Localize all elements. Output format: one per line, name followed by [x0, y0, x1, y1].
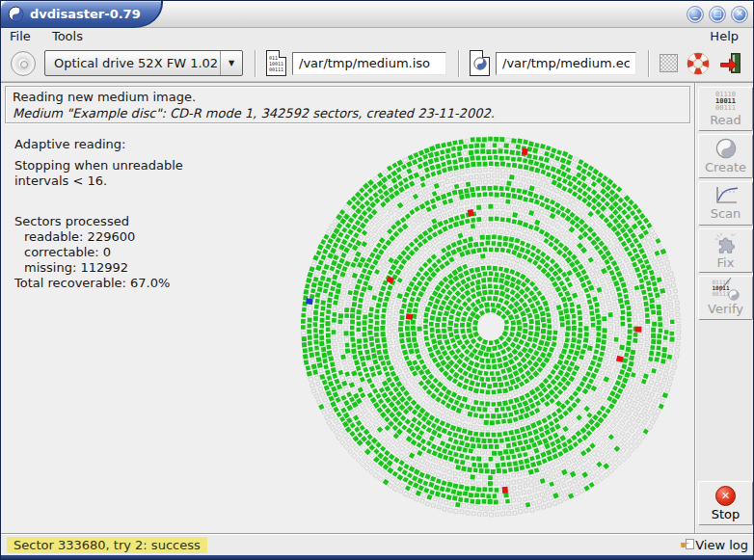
readable-count: readable: 229600: [14, 229, 183, 245]
missing-count: missing: 112992: [14, 260, 183, 276]
create-button[interactable]: Create: [698, 134, 753, 178]
menubar: File Tools Help: [1, 28, 753, 45]
statusbar: Sector 333680, try 2: success ☛ View log: [1, 533, 753, 555]
stopping-line1: Stopping when unreadable: [14, 158, 183, 173]
verify-icon: 01110 10011 00111: [713, 280, 740, 301]
disc-spiral-visualization: [279, 125, 703, 534]
verify-label: Verify: [708, 302, 743, 316]
message-line2: Medium "Example disc": CD-R mode 1, 3425…: [13, 105, 689, 121]
chevron-down-icon: ▼: [220, 51, 242, 75]
view-log-button[interactable]: ☛ View log: [680, 536, 748, 554]
fix-button[interactable]: Fix: [698, 228, 753, 273]
maximize-icon: □: [714, 9, 722, 18]
message-line1: Reading new medium image.: [13, 89, 689, 105]
drive-select-value: Optical drive 52X FW 1.02: [45, 56, 220, 70]
main-area: Reading new medium image. Medium "Exampl…: [1, 82, 694, 533]
ecc-yinyang-icon: [473, 57, 487, 70]
stop-icon: ✕: [715, 486, 736, 506]
quit-button[interactable]: [718, 51, 742, 75]
close-button[interactable]: ✕: [731, 6, 748, 23]
preferences-icon[interactable]: [660, 54, 678, 72]
message-panel: Reading new medium image. Medium "Exampl…: [5, 86, 690, 123]
app-window: dvdisaster-0.79 _ □ ✕ File Tools Help Op…: [0, 0, 754, 560]
title-tab: dvdisaster-0.79: [1, 1, 163, 28]
drive-icon: [11, 51, 36, 76]
scan-icon: [714, 186, 739, 205]
app-yinyang-icon: [8, 6, 24, 22]
help-button[interactable]: [687, 52, 710, 75]
toolbar-separator: [648, 50, 650, 77]
fix-label: Fix: [717, 255, 735, 270]
menu-file[interactable]: File: [1, 28, 40, 45]
read-button[interactable]: 01110 10011 00111 Read: [698, 87, 753, 131]
window-title: dvdisaster-0.79: [30, 7, 141, 21]
view-log-label: View log: [695, 536, 748, 554]
lifebuoy-icon: [687, 52, 710, 75]
status-message: Sector 333680, try 2: success: [7, 537, 207, 553]
scan-label: Scan: [711, 206, 741, 221]
ecc-path-input[interactable]: [496, 52, 636, 75]
menu-help[interactable]: Help: [701, 28, 747, 45]
toolbar: Optical drive 52X FW 1.02 ▼ 011 10011 00…: [1, 45, 753, 82]
total-recoverable: Total recoverable: 67.0%: [14, 276, 183, 291]
menu-tools[interactable]: Tools: [43, 28, 92, 45]
stop-button[interactable]: ✕ Stop: [698, 481, 753, 525]
read-icon: 01110 10011 00111: [715, 92, 736, 112]
create-label: Create: [705, 160, 746, 174]
view-log-icon: ☛: [680, 538, 694, 552]
window-bottom-edge: [1, 555, 753, 560]
maximize-button[interactable]: □: [709, 6, 726, 23]
iso-file-icon: 011 10011 00111: [266, 50, 286, 76]
action-sidebar: 01110 10011 00111 Read Create Scan: [694, 82, 754, 533]
correctable-count: correctable: 0: [14, 245, 183, 260]
verify-button[interactable]: 01110 10011 00111 Verify: [698, 276, 753, 320]
ecc-file-icon: [470, 50, 490, 76]
scan-button[interactable]: Scan: [698, 181, 753, 226]
read-label: Read: [710, 113, 741, 127]
minimize-button[interactable]: _: [687, 6, 704, 23]
stop-label: Stop: [712, 507, 741, 521]
sectors-heading: Sectors processed: [14, 214, 183, 229]
close-icon: ✕: [736, 9, 743, 18]
minimize-icon: _: [693, 9, 698, 18]
titlebar[interactable]: dvdisaster-0.79 _ □ ✕: [1, 1, 753, 28]
drive-select[interactable]: Optical drive 52X FW 1.02 ▼: [44, 50, 243, 76]
iso-icon-row: 00111: [269, 67, 285, 72]
create-yinyang-icon: [715, 138, 737, 159]
toolbar-separator: [255, 50, 256, 77]
info-panel: Adaptive reading: Stopping when unreadab…: [14, 137, 183, 291]
toolbar-separator: [458, 50, 460, 77]
iso-path-input[interactable]: [292, 52, 446, 75]
reading-mode-heading: Adaptive reading:: [14, 137, 183, 152]
fix-puzzle-icon: [714, 232, 737, 254]
quit-door-icon: [718, 51, 742, 75]
stopping-line2: intervals < 16.: [14, 173, 183, 189]
